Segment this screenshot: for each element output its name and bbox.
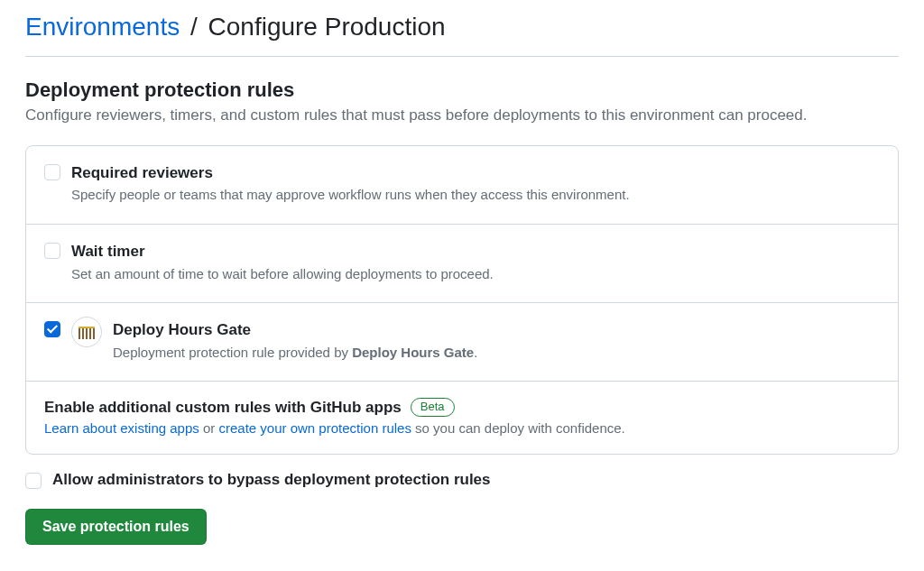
wait-timer-checkbox[interactable]: [44, 243, 60, 259]
custom-rules-title: Enable additional custom rules with GitH…: [44, 399, 402, 417]
rule-deploy-hours-gate: Deploy Hours Gate Deployment protection …: [26, 303, 898, 382]
deploy-hours-gate-checkbox[interactable]: [44, 321, 60, 337]
rule-wait-timer: Wait timer Set an amount of time to wait…: [26, 225, 898, 303]
breadcrumb-separator: /: [187, 13, 201, 41]
required-reviewers-description: Specify people or teams that may approve…: [71, 185, 630, 206]
bypass-row: Allow administrators to bypass deploymen…: [25, 471, 899, 489]
save-protection-rules-button[interactable]: Save protection rules: [25, 509, 207, 545]
create-own-rules-link[interactable]: create your own protection rules: [218, 420, 411, 436]
protection-rules-panel: Required reviewers Specify people or tea…: [25, 145, 899, 456]
required-reviewers-checkbox[interactable]: [44, 164, 60, 180]
section-description: Configure reviewers, timers, and custom …: [25, 104, 899, 127]
gate-icon: [79, 325, 95, 339]
breadcrumb-parent-link[interactable]: Environments: [25, 13, 180, 41]
required-reviewers-title: Required reviewers: [71, 162, 630, 184]
section-title: Deployment protection rules: [25, 78, 899, 102]
wait-timer-title: Wait timer: [71, 241, 494, 262]
rule-required-reviewers: Required reviewers Specify people or tea…: [26, 146, 898, 225]
deploy-hours-gate-app-icon: [71, 317, 102, 347]
breadcrumb-current: Configure Production: [208, 13, 446, 41]
allow-admin-bypass-checkbox[interactable]: [25, 473, 42, 489]
learn-existing-apps-link[interactable]: Learn about existing apps: [44, 420, 199, 436]
wait-timer-description: Set an amount of time to wait before all…: [71, 264, 494, 285]
breadcrumb: Environments / Configure Production: [25, 0, 899, 57]
deploy-hours-gate-title: Deploy Hours Gate: [113, 319, 477, 341]
deploy-hours-gate-description: Deployment protection rule provided by D…: [113, 343, 477, 364]
beta-badge: Beta: [411, 398, 455, 417]
rule-custom-apps: Enable additional custom rules with GitH…: [26, 382, 898, 454]
custom-rules-description: Learn about existing apps or create your…: [44, 420, 880, 436]
allow-admin-bypass-label: Allow administrators to bypass deploymen…: [52, 471, 491, 489]
